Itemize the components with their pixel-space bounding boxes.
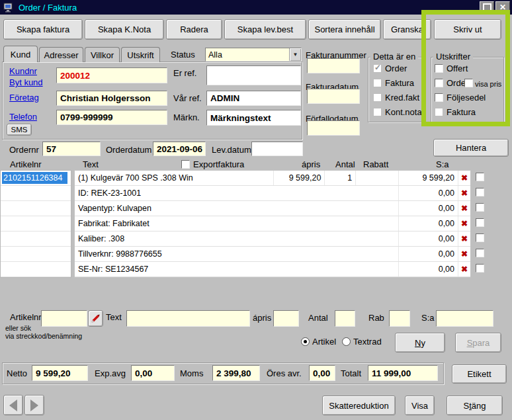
next-order-button[interactable] <box>24 395 44 415</box>
tab-kund[interactable]: Kund <box>3 46 38 62</box>
textrad-radio[interactable] <box>342 337 351 346</box>
spara-button[interactable]: Spara <box>455 333 501 353</box>
delete-row-icon[interactable]: ✖ <box>458 201 470 216</box>
entry-artikelnr-field[interactable] <box>41 310 87 327</box>
delete-row-icon[interactable]: ✖ <box>458 216 470 231</box>
artikelnr-cell[interactable] <box>1 231 71 247</box>
utskrifter-title: Utskrifter <box>433 52 473 62</box>
prev-order-button[interactable] <box>3 395 23 415</box>
artikel-radio[interactable] <box>301 337 310 346</box>
byt-kund-link[interactable]: Byt kund <box>9 77 43 87</box>
exportfaktura-checkbox[interactable] <box>181 160 190 169</box>
ny-button[interactable]: Ny <box>395 333 445 353</box>
artikelnr-cell[interactable] <box>1 201 71 216</box>
offert-checkbox[interactable] <box>435 64 443 73</box>
order-faktura-window: Order / Faktura ✕ Skapa faktura Skapa K.… <box>0 0 512 420</box>
delete-row-icon[interactable]: ✖ <box>458 262 470 276</box>
telefon-link[interactable]: Telefon <box>9 112 37 122</box>
delete-row-icon[interactable]: ✖ <box>458 171 470 185</box>
antal-header: Antal <box>335 159 355 169</box>
artikelnr-cell[interactable] <box>1 186 71 201</box>
tab-villkor[interactable]: Villkor <box>85 47 120 62</box>
row-checkbox[interactable] <box>476 203 484 212</box>
tab-adresser[interactable]: Adresser <box>39 47 83 62</box>
foljesedel-checkbox[interactable] <box>435 93 443 102</box>
sms-button[interactable]: SMS <box>7 124 32 136</box>
fakturadatum-field[interactable] <box>307 89 360 104</box>
item-text: Vapentyp: Kulvapen <box>75 201 399 216</box>
row-checkbox[interactable] <box>476 218 484 227</box>
granska-button[interactable]: Granska <box>383 19 431 40</box>
artikelnr-cell[interactable] <box>1 216 71 231</box>
foretag-field[interactable]: Christian Holgersson <box>56 91 167 106</box>
telefon-field[interactable]: 0799-999999 <box>56 110 167 125</box>
skriv-ut-button[interactable]: Skriv ut <box>434 19 501 40</box>
table-row[interactable]: ID: REK-23-1001 0,00 ✖ <box>75 186 470 201</box>
item-text: Kaliber: .308 <box>75 231 399 246</box>
kundnr-field[interactable]: 200012 <box>56 67 167 83</box>
entry-sa-label: S:a <box>421 313 435 323</box>
close-button[interactable]: ✕ <box>495 1 510 13</box>
er-ref-label: Er ref. <box>173 68 196 78</box>
artikelnr-cell[interactable]: 2102151126384 <box>1 171 71 186</box>
levdatum-label: Lev.datum <box>212 145 251 155</box>
hantera-button[interactable]: Hantera <box>433 139 509 157</box>
artikelnr-cell[interactable] <box>1 262 71 277</box>
visa-button[interactable]: Visa <box>405 396 435 415</box>
maximize-button[interactable] <box>480 1 494 13</box>
row-checkbox[interactable] <box>476 233 484 242</box>
delete-row-icon[interactable]: ✖ <box>458 247 470 261</box>
stang-button[interactable]: Stäng <box>447 396 503 415</box>
row-checkbox[interactable] <box>476 249 484 257</box>
table-row[interactable]: (1) Kulgevär 700 SPS .308 Win 9 599,20 1… <box>75 171 470 186</box>
table-row[interactable]: Kaliber: .308 0,00 ✖ <box>75 231 470 247</box>
expavg-field: 0,00 <box>131 365 175 381</box>
barcode-pen-button[interactable] <box>88 310 103 327</box>
orderdatum-field[interactable]: 2021-09-06 <box>153 142 206 156</box>
levdatum-field[interactable] <box>251 142 303 156</box>
orderdatum-label: Orderdatum <box>106 145 151 155</box>
entry-sa-field[interactable] <box>436 310 493 327</box>
forfallodatum-field[interactable] <box>307 120 360 136</box>
delete-row-icon[interactable]: ✖ <box>458 186 470 200</box>
ordernr-field[interactable]: 57 <box>42 142 101 156</box>
items-table: (1) Kulgevär 700 SPS .308 Win 9 599,20 1… <box>74 170 471 278</box>
var-ref-field[interactable]: ADMIN <box>206 91 301 106</box>
table-row[interactable]: Tillverknr: 9988776655 0,00 ✖ <box>75 247 470 262</box>
status-dropdown[interactable]: Alla ▼ <box>205 48 302 62</box>
row-checkbox[interactable] <box>476 264 484 273</box>
skapa-knota-button[interactable]: Skapa K.Nota <box>85 19 164 40</box>
artikelnr-cell[interactable] <box>1 247 71 262</box>
skapa-faktura-button[interactable]: Skapa faktura <box>3 19 83 40</box>
order-print-checkbox[interactable] <box>435 79 443 87</box>
maximize-icon <box>483 3 491 11</box>
radera-button[interactable]: Radera <box>166 19 222 40</box>
row-checkbox[interactable] <box>476 188 484 196</box>
tab-utskrift[interactable]: Utskrift <box>121 47 160 62</box>
entry-antal-field[interactable] <box>335 310 355 327</box>
item-sa: 0,00 <box>399 247 458 261</box>
etikett-button[interactable]: Etikett <box>452 364 507 384</box>
totalt-field: 11 999,00 <box>368 365 438 381</box>
apris-header: ápris <box>302 159 320 169</box>
table-row[interactable]: Vapentyp: Kulvapen 0,00 ✖ <box>75 201 470 216</box>
table-row[interactable]: Fabrikat: Fabrikatet 0,00 ✖ <box>75 216 470 231</box>
kundnr-link[interactable]: Kundnr <box>9 66 37 76</box>
skapa-levbest-button[interactable]: Skapa lev.best <box>224 19 306 40</box>
row-checkbox[interactable] <box>476 173 484 181</box>
er-ref-field[interactable] <box>206 65 301 85</box>
markn-field[interactable]: Märkningstext <box>206 110 301 126</box>
foretag-link[interactable]: Företag <box>9 93 39 103</box>
skattereduktion-button[interactable]: Skattereduktion <box>322 396 396 415</box>
visa-pris-checkbox[interactable] <box>464 79 473 87</box>
entry-rab-field[interactable] <box>389 310 410 327</box>
rabatt-header: Rabatt <box>363 159 388 169</box>
sortera-innehall-button[interactable]: Sortera innehåll <box>308 19 381 40</box>
table-row[interactable]: SE-Nr: SE1234567 0,00 ✖ <box>75 262 470 277</box>
entry-apris-field[interactable] <box>273 310 299 327</box>
delete-row-icon[interactable]: ✖ <box>458 231 470 246</box>
fakturanummer-field[interactable] <box>307 58 360 73</box>
entry-text-field[interactable] <box>126 310 250 327</box>
chevron-down-icon[interactable]: ▼ <box>289 48 301 61</box>
artikelnr-list: 2102151126384 <box>0 170 71 278</box>
